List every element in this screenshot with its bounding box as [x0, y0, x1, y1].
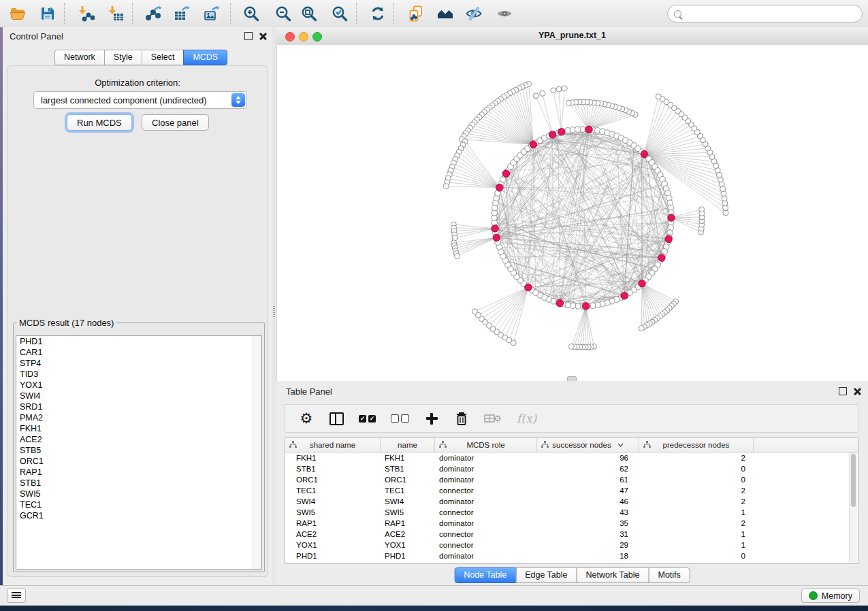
zoom-in-button[interactable] [240, 2, 263, 25]
show-all-icon [496, 5, 513, 22]
zoom-selected-button[interactable] [328, 2, 351, 25]
mcds-result-item[interactable]: SRD1 [16, 401, 261, 412]
search-input[interactable] [686, 7, 862, 20]
export-network-button[interactable] [142, 2, 165, 25]
chevron-updown-icon [231, 93, 245, 107]
table-cell: 2 [639, 452, 754, 463]
show-all-button[interactable] [493, 2, 516, 25]
gear-button[interactable]: ⚙ [299, 410, 314, 427]
table-scrollbar-thumb[interactable] [851, 454, 856, 507]
first-neighbors-button[interactable] [434, 2, 457, 25]
table-row[interactable]: ACE2ACE2connector311 [285, 529, 858, 540]
clone-network-icon [407, 5, 425, 22]
export-table-icon [173, 5, 191, 22]
column-header-name[interactable]: name [381, 438, 435, 452]
mcds-result-item[interactable]: FKH1 [16, 423, 261, 434]
open-file-button[interactable] [6, 2, 29, 25]
table-row[interactable]: FKH1FKH1dominator962 [285, 452, 858, 463]
mcds-list-scrollbar[interactable] [253, 336, 261, 569]
zoom-out-button[interactable] [272, 2, 295, 25]
table-row[interactable]: PHD1PHD1dominator180 [285, 550, 858, 561]
mcds-result-item[interactable]: ACE2 [16, 434, 261, 445]
zoom-fit-button[interactable] [298, 2, 321, 25]
mcds-result-item[interactable]: SWI4 [16, 391, 261, 401]
table-row[interactable]: SWI4SWI4dominator462 [285, 496, 858, 507]
float-table-panel-icon[interactable] [839, 387, 847, 395]
tab-mcds[interactable]: MCDS [183, 50, 227, 65]
mcds-result-item[interactable]: STB5 [16, 445, 261, 456]
memory-button[interactable]: Memory [801, 589, 860, 603]
control-panel-titlebar: Control Panel [3, 27, 272, 45]
table-row[interactable]: SWI5SWI5connector431 [285, 507, 858, 518]
network-canvas[interactable] [276, 45, 868, 381]
import-network-button[interactable] [74, 2, 97, 25]
network-graph[interactable] [277, 45, 868, 381]
list-icon [12, 592, 21, 593]
mcds-result-item[interactable]: PHD1 [16, 336, 261, 347]
mcds-result-item[interactable]: ORC1 [16, 456, 261, 467]
split-columns-button[interactable] [329, 410, 344, 427]
control-panel-tabs: NetworkStyleSelectMCDS [54, 50, 227, 65]
close-table-panel-icon[interactable] [854, 388, 861, 395]
table-row[interactable]: ORC1ORC1dominator610 [285, 474, 858, 485]
close-panel-icon[interactable] [259, 33, 267, 40]
table-tab-network-table[interactable]: Network Table [577, 567, 649, 583]
mcds-result-item[interactable]: GCR1 [16, 510, 261, 521]
table-tab-edge-table[interactable]: Edge Table [515, 567, 577, 583]
splitter-grip [273, 306, 275, 318]
control-panel-title: Control Panel [10, 31, 63, 42]
node-table-header: shared namenameMCDS rolesuccessor nodesp… [285, 438, 858, 452]
network-window-title: YPA_prune.txt_1 [276, 31, 868, 40]
column-header-predecessor-nodes[interactable]: predecessor nodes [639, 438, 754, 452]
table-row[interactable]: TEC1TEC1connector472 [285, 485, 858, 496]
select-all-button[interactable]: ✓✓ [359, 410, 376, 427]
table-tab-motifs[interactable]: Motifs [648, 567, 690, 583]
column-header-shared-name[interactable]: shared name [285, 438, 381, 452]
mcds-result-item[interactable]: PMA2 [16, 412, 261, 423]
table-row[interactable]: RAP1RAP1dominator352 [285, 518, 858, 529]
mcds-result-item[interactable]: CAR1 [16, 347, 261, 358]
mcds-result-item[interactable]: STP4 [16, 358, 261, 369]
deselect-all-button[interactable] [391, 410, 409, 427]
add-column-button[interactable] [424, 410, 439, 427]
float-panel-icon[interactable] [244, 32, 253, 40]
table-tab-node-table[interactable]: Node Table [454, 567, 516, 583]
tab-style[interactable]: Style [104, 50, 142, 65]
mcds-result-item[interactable]: RAP1 [16, 467, 261, 478]
zoom-fit-icon [300, 5, 318, 22]
table-row[interactable]: STB1STB1dominator620 [285, 463, 858, 474]
table-panel: Table Panel ⚙ ✓✓ f(x) shared namenameMCD… [276, 381, 868, 585]
save-session-button[interactable] [36, 2, 59, 25]
mcds-result-item[interactable]: STB1 [16, 478, 261, 489]
export-image-button[interactable] [200, 2, 223, 25]
function-builder-icon: f(x) [517, 412, 536, 425]
column-header-successor-nodes[interactable]: successor nodes [537, 438, 639, 452]
mcds-result-item[interactable]: TID3 [16, 369, 261, 380]
criterion-select[interactable]: largest connected component (undirected) [33, 91, 247, 109]
hide-selected-button[interactable] [462, 2, 485, 25]
table-row[interactable]: YOX1YOX1connector291 [285, 540, 858, 550]
table-cell: 29 [537, 540, 639, 550]
task-history-button[interactable] [7, 589, 26, 603]
run-mcds-button[interactable]: Run MCDS [67, 114, 132, 131]
toolbar-separator [132, 3, 133, 24]
delete-column-button[interactable] [454, 410, 469, 427]
function-builder-button[interactable]: f(x) [517, 410, 536, 427]
table-scrollbar[interactable] [849, 452, 857, 563]
export-table-button[interactable] [170, 2, 193, 25]
table-cell: ACE2 [381, 529, 435, 540]
column-header-mcds-role[interactable]: MCDS role [435, 438, 537, 452]
tab-select[interactable]: Select [142, 50, 184, 65]
mcds-result-item[interactable]: TEC1 [16, 499, 261, 510]
table-cell: 0 [639, 474, 754, 485]
mcds-result-item[interactable]: YOX1 [16, 380, 261, 391]
mcds-result-item[interactable]: SWI5 [16, 489, 261, 499]
table-cell: YOX1 [285, 540, 381, 550]
delete-rows-button[interactable] [484, 410, 502, 427]
refresh-button[interactable] [366, 2, 389, 25]
tab-network[interactable]: Network [54, 50, 105, 65]
table-cell: ORC1 [285, 474, 381, 485]
close-panel-button[interactable]: Close panel [142, 114, 209, 131]
clone-network-button[interactable] [404, 2, 428, 25]
import-table-button[interactable] [104, 2, 127, 25]
